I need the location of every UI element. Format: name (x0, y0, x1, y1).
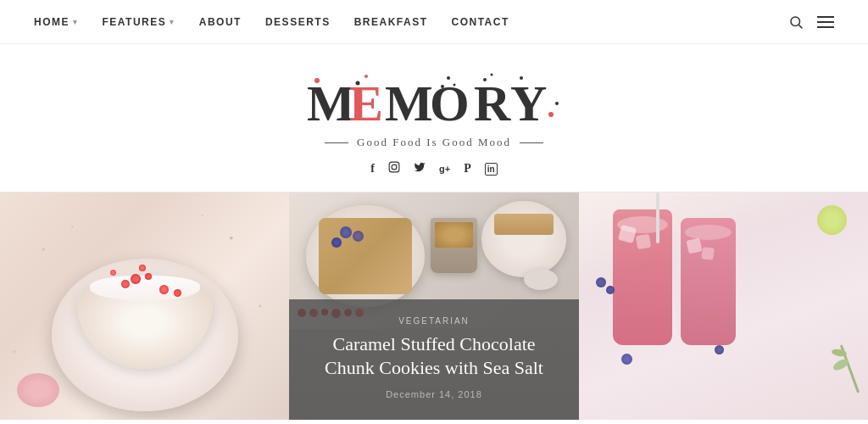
nav-desserts[interactable]: DESSERTS (265, 16, 331, 28)
svg-text:R: R (474, 75, 512, 131)
plate-right (481, 201, 566, 277)
blueberry-decoration (621, 354, 632, 365)
site-tagline: Good Food Is Good Mood (325, 136, 543, 149)
social-links: f g+ P in (370, 161, 497, 176)
search-icon (788, 14, 804, 30)
svg-point-16 (364, 75, 368, 78)
berry (145, 273, 152, 280)
svg-point-23 (520, 76, 523, 80)
social-google-plus[interactable]: g+ (439, 164, 450, 174)
logo-svg: M E M O R Y (281, 68, 587, 136)
article-date: December 14, 2018 (309, 389, 558, 399)
blueberry-decoration (715, 345, 724, 354)
social-twitter[interactable] (414, 161, 426, 176)
tagline-line-left (325, 142, 348, 143)
nav-actions (788, 14, 834, 30)
grid-item-cake[interactable] (0, 192, 289, 420)
social-instagram[interactable] (388, 161, 400, 176)
chevron-down-icon: ▾ (73, 18, 79, 26)
blueberry-decoration (606, 286, 615, 294)
main-nav: HOME ▾ FEATURES ▾ ABOUT DESSERTS BREAKFA… (0, 0, 868, 44)
svg-point-26 (397, 164, 398, 165)
coffee-cup (431, 218, 477, 273)
svg-point-19 (453, 84, 456, 86)
svg-text:O: O (430, 75, 471, 131)
nav-breakfast[interactable]: BREAKFAST (354, 16, 428, 28)
berry (131, 274, 141, 284)
tagline-line-right (520, 142, 543, 143)
hamburger-button[interactable] (817, 15, 834, 29)
svg-point-25 (392, 165, 397, 170)
svg-text:M: M (385, 75, 435, 131)
svg-text:Y: Y (510, 75, 548, 131)
waffle (319, 218, 412, 294)
svg-point-17 (353, 88, 355, 91)
food-item (494, 214, 554, 235)
hero-section: M E M O R Y Good Food Is Good Mood (0, 44, 868, 192)
article-title: Caramel Stuffed Chocolate Chunk Cookies … (309, 332, 558, 381)
berry (159, 285, 169, 294)
plate-left (306, 205, 425, 307)
drinks-background (579, 192, 868, 420)
lime-slice (817, 205, 847, 235)
nav-contact[interactable]: CONTACT (451, 16, 509, 28)
svg-point-22 (491, 74, 493, 76)
berry (139, 265, 146, 271)
social-linkedin[interactable]: in (485, 163, 498, 176)
spice-bowl (524, 269, 558, 290)
nav-home[interactable]: HOME ▾ (34, 16, 79, 28)
svg-point-21 (483, 78, 487, 81)
grid-item-drinks[interactable] (579, 192, 868, 420)
berry (174, 289, 181, 297)
svg-line-1 (798, 25, 802, 28)
social-pinterest[interactable]: P (464, 162, 471, 176)
cake-background (0, 192, 289, 420)
nav-links: HOME ▾ FEATURES ▾ ABOUT DESSERTS BREAKFA… (34, 16, 509, 28)
svg-point-7 (548, 112, 554, 117)
article-category: VEGETARIAN (309, 316, 558, 326)
svg-point-18 (447, 76, 450, 80)
rose-decoration (17, 373, 59, 407)
svg-text:E: E (349, 75, 385, 131)
drink-glass-1 (613, 209, 672, 345)
nav-about[interactable]: ABOUT (199, 16, 242, 28)
svg-point-20 (441, 85, 444, 88)
featured-grid: VEGETARIAN Caramel Stuffed Chocolate Chu… (0, 192, 868, 420)
svg-rect-24 (389, 162, 399, 172)
svg-point-15 (356, 81, 360, 86)
grid-item-featured[interactable]: VEGETARIAN Caramel Stuffed Chocolate Chu… (289, 192, 578, 420)
svg-point-8 (555, 102, 559, 105)
hamburger-icon (817, 15, 834, 29)
nav-features[interactable]: FEATURES ▾ (103, 16, 175, 28)
site-logo: M E M O R Y (281, 68, 587, 136)
drink-glass-2 (681, 218, 736, 345)
icing (90, 276, 200, 301)
chevron-down-icon: ▾ (170, 18, 175, 26)
berry (110, 270, 116, 276)
article-card: VEGETARIAN Caramel Stuffed Chocolate Chu… (289, 299, 578, 420)
coffee-liquid (435, 222, 473, 248)
search-button[interactable] (788, 14, 804, 30)
svg-point-0 (791, 17, 800, 26)
social-facebook[interactable]: f (370, 162, 375, 176)
blueberry-decoration (596, 277, 606, 287)
